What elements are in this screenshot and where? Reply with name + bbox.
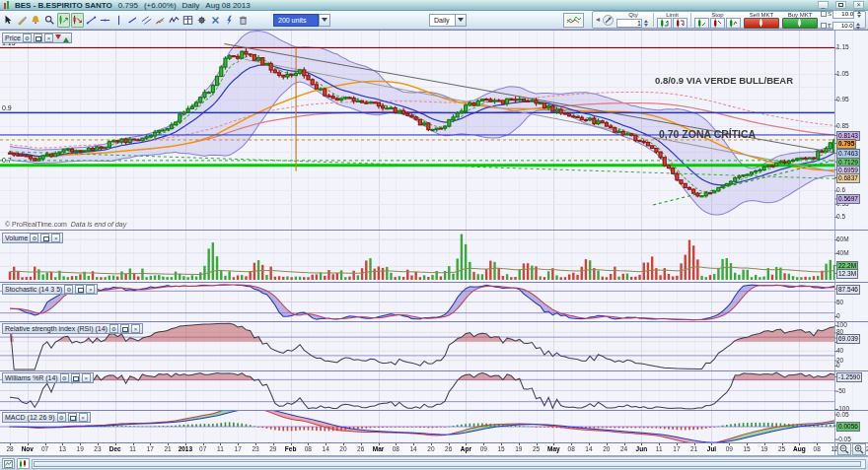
buy-mkt-button[interactable]: [782, 18, 818, 29]
tool-gear-icon[interactable]: [195, 13, 208, 28]
bottom-bar: [0, 456, 868, 470]
window-icon[interactable]: [34, 34, 42, 42]
chart-region: Price ⚙ × Volume ⚙ × Stochastic (14 3 5)…: [0, 30, 868, 456]
t-input[interactable]: [832, 22, 854, 31]
tool-lightning-icon[interactable]: [223, 13, 236, 28]
tool-delete-x-icon[interactable]: [209, 13, 222, 28]
date-label: 24: [620, 445, 627, 452]
target-checkbox[interactable]: [821, 23, 827, 29]
scrollbar-thumb[interactable]: [34, 461, 861, 467]
date-label: 17: [147, 445, 154, 452]
tool-trend-line-icon[interactable]: [85, 13, 98, 28]
window-icon[interactable]: [75, 285, 84, 294]
panel-grip-icon[interactable]: ◂: [596, 16, 600, 24]
axis-tick: 60M: [836, 235, 849, 243]
close-icon[interactable]: ×: [79, 413, 88, 422]
wrench-icon[interactable]: ⚙: [109, 324, 118, 333]
chart-style-button[interactable]: [563, 13, 584, 28]
tool-horizontal-line-icon[interactable]: [99, 13, 111, 28]
candle-tool-button[interactable]: [17, 458, 30, 469]
annotation-via-verde[interactable]: 0.8/0.9 VIA VERDE BULL/BEAR: [655, 75, 793, 86]
sell-limit-button[interactable]: [673, 18, 687, 29]
tool-segment-icon[interactable]: [126, 13, 139, 28]
window-icon[interactable]: [68, 413, 77, 422]
buy-mkt-label: Buy MKT: [788, 12, 813, 18]
tool-pencil-icon[interactable]: [16, 13, 29, 28]
drawing-tools: [2, 13, 250, 28]
zoom-out-button[interactable]: [837, 443, 851, 455]
close-icon[interactable]: ×: [131, 324, 140, 333]
zoom-in-button[interactable]: [852, 443, 866, 455]
s-stepper[interactable]: [855, 9, 862, 20]
stop-checkbox[interactable]: [821, 11, 827, 17]
price-marker: 0.795: [836, 139, 856, 149]
stochastic-panel-header: Stochastic (14 3 5) ⚙ ×: [2, 284, 98, 295]
horizontal-scrollbar[interactable]: [32, 459, 866, 469]
date-label: 19: [77, 445, 84, 452]
tool-alert-icon[interactable]: [30, 13, 42, 28]
date-label: 17: [235, 445, 242, 452]
window-icon[interactable]: [40, 234, 49, 242]
units-dropdown-arrow-icon[interactable]: [319, 14, 330, 27]
tool-zoom-icon[interactable]: [43, 13, 56, 28]
annotation-zona-critica[interactable]: 0,70 ZONA CRÍTICA: [659, 128, 756, 140]
timeframe-dropdown[interactable]: Daily: [429, 14, 467, 27]
buy-arrow-icon[interactable]: [63, 34, 69, 42]
date-label: Apr: [461, 445, 471, 452]
close-icon[interactable]: ×: [86, 285, 95, 294]
right-axis: 1.151.050.950.850.650.60.550.50.81430.79…: [835, 30, 868, 456]
buy-stop-button[interactable]: [694, 18, 709, 29]
left-price-label: 0.9: [2, 104, 12, 111]
williams-panel-header: Williams %R (14) ⚙ ×: [2, 372, 94, 383]
tool-trash-icon[interactable]: [237, 13, 250, 28]
buy-limit-button[interactable]: [657, 18, 672, 29]
timeframe-value[interactable]: Daily: [429, 14, 455, 27]
date-label: 26: [445, 445, 452, 452]
date-label: 13: [59, 445, 66, 452]
trade-settings-icon[interactable]: [603, 15, 614, 26]
sell-mkt-button[interactable]: [744, 18, 779, 29]
timeframe-dropdown-arrow-icon[interactable]: [455, 14, 467, 27]
t-stepper[interactable]: [855, 21, 862, 32]
s-input[interactable]: [832, 10, 854, 19]
close-icon[interactable]: ×: [51, 234, 60, 242]
axis-tick: 0: [836, 362, 840, 369]
volume-panel-header: Volume ⚙ ×: [2, 233, 63, 243]
sell-stop-button[interactable]: [710, 18, 725, 29]
window-icon[interactable]: [71, 373, 80, 382]
wrench-icon[interactable]: ⚙: [23, 34, 32, 42]
close-icon[interactable]: ×: [82, 373, 91, 382]
sell-arrow-icon[interactable]: [55, 34, 61, 42]
axis-tick: 0: [836, 312, 840, 320]
close-icon[interactable]: ×: [44, 34, 53, 42]
tool-cursor-icon[interactable]: [2, 13, 15, 28]
wrench-icon[interactable]: ⚙: [60, 373, 69, 382]
buy-mkt-group: Buy MKT: [782, 12, 818, 29]
tool-bear-pattern-icon[interactable]: [71, 13, 84, 28]
date-label: 20: [339, 445, 346, 452]
tool-parallel-lines-icon[interactable]: [140, 13, 153, 28]
tool-bull-pattern-icon[interactable]: [57, 13, 70, 28]
qty-input[interactable]: [616, 19, 642, 28]
date-label: 2013: [179, 445, 192, 452]
wrench-icon[interactable]: ⚙: [64, 285, 73, 294]
units-dropdown[interactable]: 200 units: [273, 14, 330, 27]
date-label: Nov: [22, 445, 34, 452]
chart-window-button[interactable]: [2, 458, 15, 469]
tool-table-icon[interactable]: [181, 13, 194, 28]
axis-tick: 0.85: [836, 122, 849, 130]
trailing-stop-button[interactable]: [726, 18, 741, 29]
units-value[interactable]: 200 units: [273, 14, 319, 27]
axis-tick: 40: [836, 347, 843, 355]
tool-vertical-line-icon[interactable]: [112, 13, 125, 28]
wrench-icon[interactable]: ⚙: [57, 413, 66, 422]
main-chart-canvas[interactable]: [0, 30, 868, 456]
date-label: 07: [41, 445, 48, 452]
tool-zigzag-icon[interactable]: [168, 13, 181, 28]
price-marker: 0.6837: [836, 173, 860, 183]
wrench-icon[interactable]: ⚙: [30, 234, 38, 242]
qty-stepper[interactable]: [643, 18, 650, 29]
window-icon[interactable]: [120, 324, 129, 333]
date-label: 15: [743, 445, 750, 452]
tool-regression-icon[interactable]: [154, 13, 167, 28]
